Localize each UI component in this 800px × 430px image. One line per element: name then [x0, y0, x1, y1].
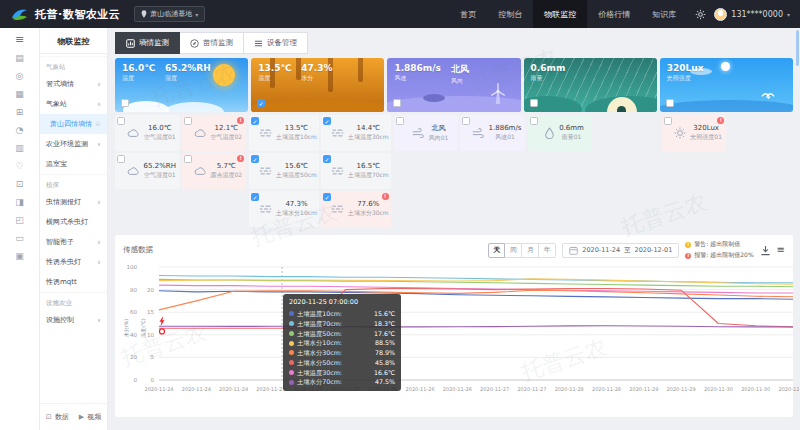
tile-checkbox[interactable] — [117, 155, 125, 163]
tile-checkbox[interactable]: ✓ — [251, 117, 259, 125]
star-icon[interactable]: ☆ — [95, 120, 101, 128]
sensor-tile-风速01[interactable]: 1.886m/s风速01 — [460, 115, 525, 151]
sidebar-item-性诱杀虫灯[interactable]: 性诱杀虫灯∨ — [40, 252, 107, 272]
tile-label: 光照强度01 — [690, 133, 722, 142]
target-icon[interactable]: ◎ — [16, 72, 24, 81]
sidebar-item-label: 性诱mqtt — [46, 277, 77, 287]
sensor-tile-土壤温度70cm[interactable]: ✓16.5℃土壤温度70cm — [321, 153, 391, 189]
card-checkbox[interactable] — [121, 99, 129, 107]
tile-checkbox[interactable] — [117, 117, 125, 125]
tile-checkbox[interactable] — [184, 117, 192, 125]
footer-视频[interactable]: ▶视频 — [79, 412, 101, 422]
range-button-周[interactable]: 周 — [505, 243, 522, 258]
sidebar-item-智能孢子[interactable]: 智能孢子∨ — [40, 232, 107, 252]
sidebar-item-农业环境监测[interactable]: 农业环境监测∨ — [40, 134, 107, 154]
card-checkbox[interactable] — [393, 99, 401, 107]
document-icon[interactable]: ▭ — [15, 234, 24, 243]
settings-gear-icon[interactable] — [695, 9, 706, 20]
weather-card-light[interactable]: 320Lux光照强度 — [660, 58, 793, 112]
tile-label: 风速01 — [495, 133, 515, 142]
card-checkbox[interactable] — [666, 99, 674, 107]
tile-checkbox[interactable]: ✓ — [251, 193, 259, 201]
tooltip-series-value: 15.6℃ — [374, 309, 395, 319]
metric-value: 13.5℃ — [258, 63, 291, 73]
sidebar-item-气象站[interactable]: 气象站∧ — [40, 94, 107, 114]
tile-checkbox[interactable]: ✓ — [323, 193, 331, 201]
tile-checkbox[interactable] — [396, 117, 404, 125]
weather-card-sky[interactable]: 16.0℃温度65.2%RH湿度 — [115, 58, 248, 112]
chart-menu-icon[interactable]: ≡ — [777, 245, 785, 255]
svg-text:2020-11-24: 2020-11-24 — [219, 386, 248, 392]
sidebar-item-管式墒情[interactable]: 管式墒情∨ — [40, 74, 107, 94]
sensor-tile-空气温度01[interactable]: 16.0℃空气温度01 — [115, 115, 180, 151]
nav-item-控制台[interactable]: 控制台 — [487, 0, 533, 28]
sidebar-item-温室宝[interactable]: 温室宝 — [40, 154, 107, 174]
tile-checkbox[interactable] — [184, 155, 192, 163]
tile-checkbox[interactable]: ✓ — [251, 155, 259, 163]
sensor-tile-土壤水分30cm[interactable]: ✓77.6%土壤水分30cm! — [321, 191, 391, 227]
calendar-icon[interactable]: ⊞ — [16, 108, 24, 117]
series-dot — [289, 370, 294, 375]
menu-icon[interactable]: ≡ — [15, 34, 24, 45]
tab-苗情监测[interactable]: 苗情监测 — [180, 32, 244, 54]
svg-text:2020-11-27: 2020-11-27 — [480, 386, 509, 392]
range-button-年[interactable]: 年 — [539, 243, 556, 258]
sensor-tile-空气湿度01[interactable]: 65.2%RH空气湿度01 — [115, 153, 180, 189]
tile-label: 空气湿度01 — [144, 171, 176, 180]
user-icon[interactable]: ◔ — [16, 126, 24, 135]
tile-checkbox[interactable] — [462, 117, 470, 125]
favorite-icon[interactable]: ♡ — [15, 162, 23, 171]
tile-checkbox[interactable]: ✓ — [323, 155, 331, 163]
sensor-tile-雨量01[interactable]: 0.6mm雨量01 — [528, 115, 593, 151]
sidebar-item-横网式杀虫灯[interactable]: 横网式杀虫灯 — [40, 212, 107, 232]
tile-checkbox[interactable] — [530, 117, 538, 125]
tile-checkbox[interactable]: ✓ — [323, 117, 331, 125]
svg-text:温度(℃): 温度(℃) — [140, 318, 147, 338]
sidebar-item-虫情测报灯[interactable]: 虫情测报灯∨ — [40, 192, 107, 212]
tooltip-series-value: 17.6℃ — [374, 329, 395, 339]
alert-badge: ! — [237, 117, 244, 124]
weather-card-wind[interactable]: 1.886m/s风速北风风向 — [387, 58, 520, 112]
sensor-chart[interactable]: 00205401060158020100水分(%)温度(℃)2020-11-24… — [123, 262, 785, 402]
sensor-tile-土壤水分10cm[interactable]: ✓47.3%土壤水分10cm — [249, 191, 319, 227]
sensor-tile-土壤温度50cm[interactable]: ✓15.6℃土壤温度50cm — [249, 153, 319, 189]
range-button-月[interactable]: 月 — [522, 243, 539, 258]
sidebar-item-性诱mqtt[interactable]: 性诱mqtt — [40, 272, 107, 292]
nav-item-物联监控[interactable]: 物联监控 — [533, 0, 587, 28]
card-metric: 65.2%RH湿度 — [165, 63, 211, 83]
range-button-天[interactable]: 天 — [488, 243, 505, 258]
sensor-tile-土壤温度10cm[interactable]: ✓13.5℃土壤温度10cm — [249, 115, 319, 151]
weather-card-rain[interactable]: 0.6mm雨量 — [524, 58, 657, 112]
sensor-tile-光照强度01[interactable]: 320Lux光照强度01! — [662, 115, 727, 151]
footer-数据[interactable]: ⊡数据 — [46, 412, 69, 422]
sensor-tile-土壤温度30cm[interactable]: ✓14.4℃土壤温度30cm — [321, 115, 391, 151]
sensor-tile-露点温度02[interactable]: 5.7℃露点温度02! — [182, 153, 247, 189]
tab-设备管理[interactable]: 设备管理 — [244, 32, 308, 54]
tile-checkbox[interactable] — [664, 117, 672, 125]
nav-item-知识库[interactable]: 知识库 — [641, 0, 687, 28]
apps-icon[interactable]: ▦ — [15, 90, 24, 99]
download-icon[interactable] — [760, 245, 771, 256]
card-checkbox[interactable]: ✓ — [257, 99, 265, 107]
sidebar-item-设施控制[interactable]: 设施控制∨ — [40, 310, 107, 330]
chevron-down-icon: ∨ — [97, 259, 101, 265]
tooltip-title: 2020-11-25 07:00:00 — [289, 298, 395, 306]
weather-card-forest[interactable]: 13.5℃温度47.3%水分✓ — [251, 58, 384, 112]
chart-icon[interactable]: ▥ — [15, 144, 24, 153]
frame-icon[interactable]: ◰ — [15, 216, 24, 225]
sidebar-item-萧山四情墒情[interactable]: 萧山四情墒情☆ — [40, 114, 107, 134]
plus-grid-icon[interactable]: ⊡ — [16, 180, 24, 189]
dashboard-icon[interactable]: ▤ — [15, 54, 24, 63]
user-menu[interactable]: 131****0000 ▾ — [714, 8, 790, 21]
location-selector[interactable]: 萧山临浦基地 ▾ — [134, 6, 205, 22]
nav-item-首页[interactable]: 首页 — [449, 0, 487, 28]
tab-墒情监测[interactable]: 墒情监测 — [115, 32, 180, 54]
date-range-picker[interactable]: 2020-11-24 至 2020-12-01 — [562, 243, 679, 258]
sensor-tile-风向01[interactable]: 北风风向01 — [394, 115, 459, 151]
nav-item-价格行情[interactable]: 价格行情 — [587, 0, 641, 28]
grid-icon[interactable]: ▣ — [15, 252, 24, 261]
scrollbar-thumb[interactable] — [796, 30, 799, 66]
sensor-tile-空气温度02[interactable]: 12.1℃空气温度02! — [182, 115, 247, 151]
panel-icon[interactable]: ◨ — [15, 198, 24, 207]
card-checkbox[interactable] — [530, 99, 538, 107]
